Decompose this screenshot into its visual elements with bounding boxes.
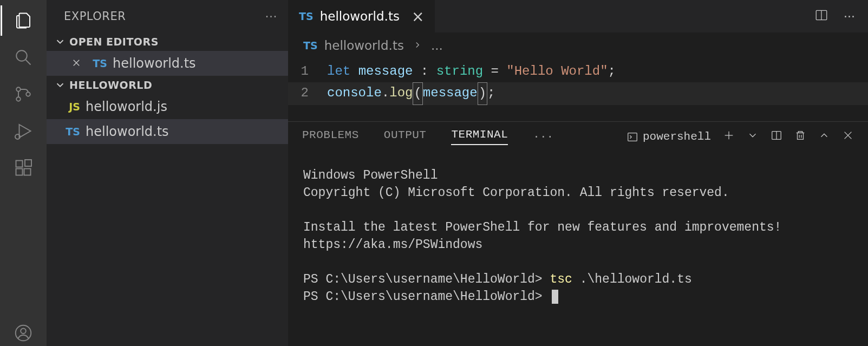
- tab-filename: helloworld.ts: [320, 9, 400, 23]
- svg-line-1: [26, 60, 31, 65]
- svg-rect-10: [25, 160, 31, 166]
- breadcrumb-rest: ...: [431, 38, 443, 53]
- new-terminal-icon[interactable]: [723, 129, 735, 145]
- file-lang-badge: TS: [303, 40, 318, 51]
- open-editors-section[interactable]: OPEN EDITORS: [47, 32, 288, 51]
- svg-rect-22: [798, 133, 804, 139]
- svg-point-4: [26, 92, 30, 96]
- svg-rect-7: [16, 161, 23, 167]
- svg-marker-5: [19, 125, 31, 138]
- accounts-icon[interactable]: [10, 320, 36, 346]
- code-editor[interactable]: 1let message : string = "Hello World"; 2…: [288, 58, 868, 121]
- source-control-icon[interactable]: [10, 81, 36, 107]
- file-lang-badge: TS: [299, 10, 314, 22]
- line-number: 1: [288, 61, 327, 82]
- svg-rect-8: [16, 169, 23, 175]
- explorer-icon[interactable]: [10, 8, 36, 34]
- close-icon[interactable]: [71, 56, 81, 71]
- tab-problems[interactable]: PROBLEMS: [302, 129, 359, 145]
- svg-point-0: [16, 50, 27, 61]
- panel-more-icon[interactable]: ···: [533, 130, 553, 143]
- split-terminal-icon[interactable]: [771, 129, 782, 145]
- file-name: helloworld.js: [86, 99, 167, 114]
- svg-point-3: [16, 97, 21, 101]
- editor-tabbar: TS helloworld.ts × ···: [288, 0, 868, 32]
- terminal-shell-label: powershell: [643, 130, 711, 143]
- editor-tab[interactable]: TS helloworld.ts ×: [288, 0, 435, 32]
- file-item-ts[interactable]: TS helloworld.ts: [47, 119, 288, 144]
- terminal-shell-icon[interactable]: powershell: [626, 130, 711, 143]
- split-editor-icon[interactable]: [814, 8, 828, 24]
- line-number: 2: [288, 82, 327, 105]
- extensions-icon[interactable]: [10, 155, 36, 181]
- file-lang-badge: TS: [91, 57, 107, 69]
- bottom-panel: PROBLEMS OUTPUT TERMINAL ··· powershell: [288, 121, 868, 346]
- breadcrumb[interactable]: TS helloworld.ts ...: [288, 32, 868, 58]
- close-icon[interactable]: ×: [412, 8, 424, 25]
- folder-section[interactable]: HELLOWORLD: [47, 76, 288, 94]
- terminal-output[interactable]: Windows PowerShell Copyright (C) Microso…: [288, 152, 868, 311]
- open-editors-label: OPEN EDITORS: [69, 36, 159, 48]
- sidebar-header: EXPLORER ···: [47, 0, 288, 32]
- svg-point-12: [21, 328, 26, 334]
- chevron-right-icon: [413, 38, 422, 53]
- trash-icon[interactable]: [794, 129, 806, 145]
- activity-bar: [0, 0, 47, 346]
- explorer-sidebar: EXPLORER ··· OPEN EDITORS TS helloworld.…: [47, 0, 288, 346]
- terminal-cursor: [552, 290, 558, 304]
- sidebar-title: EXPLORER: [64, 10, 126, 23]
- tab-output[interactable]: OUTPUT: [384, 129, 427, 145]
- file-item-js[interactable]: JS helloworld.js: [47, 94, 288, 119]
- svg-rect-9: [24, 169, 31, 175]
- file-lang-badge: JS: [64, 101, 80, 113]
- svg-rect-17: [628, 133, 637, 141]
- svg-point-2: [16, 87, 21, 92]
- main-area: TS helloworld.ts × ··· TS helloworld.ts …: [288, 0, 868, 346]
- tab-terminal[interactable]: TERMINAL: [451, 128, 508, 145]
- search-icon[interactable]: [10, 44, 36, 70]
- run-debug-icon[interactable]: [10, 118, 36, 144]
- editor-more-icon[interactable]: ···: [844, 10, 855, 23]
- file-name: helloworld.ts: [86, 124, 169, 139]
- open-editor-item[interactable]: TS helloworld.ts: [47, 51, 288, 76]
- sidebar-more-icon[interactable]: ···: [265, 10, 277, 23]
- close-panel-icon[interactable]: [842, 129, 854, 145]
- folder-label: HELLOWORLD: [69, 79, 152, 91]
- breadcrumb-file: helloworld.ts: [324, 38, 404, 53]
- chevron-down-icon[interactable]: [747, 129, 759, 145]
- chevron-up-icon[interactable]: [818, 129, 830, 145]
- file-name: helloworld.ts: [113, 56, 196, 71]
- file-lang-badge: TS: [64, 126, 80, 138]
